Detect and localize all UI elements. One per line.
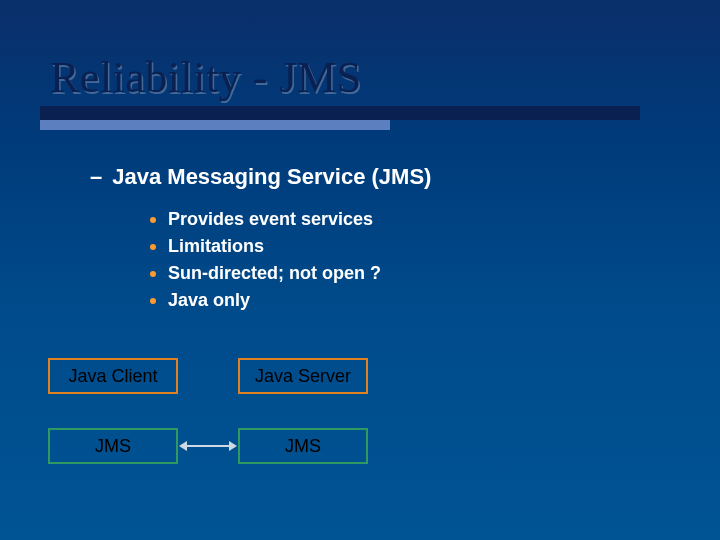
bullet-icon	[150, 217, 156, 223]
bullet-text: Java only	[168, 287, 250, 314]
bullet-text: Provides event services	[168, 206, 373, 233]
double-arrow-icon	[179, 443, 237, 449]
title-underline-dark	[40, 106, 640, 120]
list-item: Sun-directed; not open ?	[150, 260, 381, 287]
box-jms-left: JMS	[48, 428, 178, 464]
box-java-client: Java Client	[48, 358, 178, 394]
bullet-text: Limitations	[168, 233, 264, 260]
list-item: Java only	[150, 287, 381, 314]
slide: Reliability - JMS – Java Messaging Servi…	[0, 0, 720, 540]
bullet-icon	[150, 298, 156, 304]
subheading-dash: –	[90, 164, 102, 190]
list-item: Provides event services	[150, 206, 381, 233]
list-item: Limitations	[150, 233, 381, 260]
title-underline-light	[40, 120, 390, 130]
bullet-list: Provides event services Limitations Sun-…	[150, 206, 381, 314]
box-jms-right: JMS	[238, 428, 368, 464]
subheading-row: – Java Messaging Service (JMS)	[90, 164, 431, 190]
slide-title: Reliability - JMS	[50, 52, 362, 103]
bullet-icon	[150, 244, 156, 250]
bullet-icon	[150, 271, 156, 277]
box-java-server: Java Server	[238, 358, 368, 394]
bullet-text: Sun-directed; not open ?	[168, 260, 381, 287]
subheading-text: Java Messaging Service (JMS)	[112, 164, 431, 190]
